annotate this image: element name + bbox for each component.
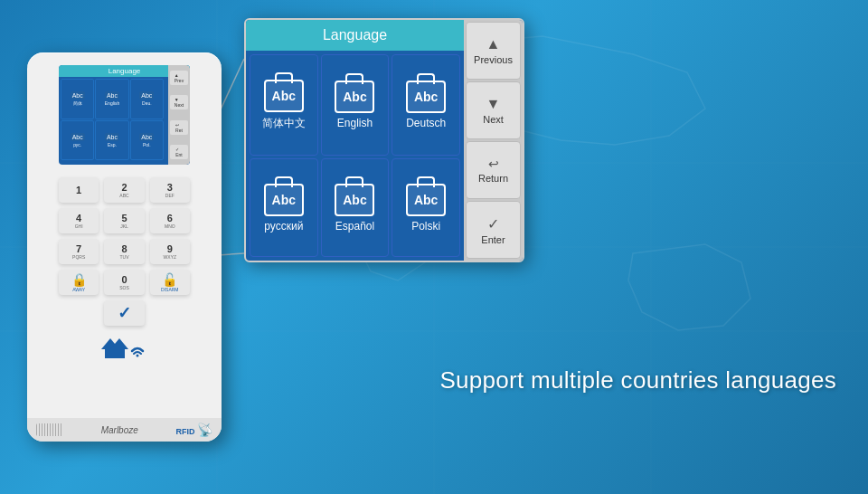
- speaker: [36, 423, 63, 436]
- abc-sign-english: Abc: [335, 81, 374, 113]
- up-arrow-icon: ▲: [486, 36, 501, 52]
- prev-button[interactable]: ▲ Previous: [466, 22, 521, 80]
- mini-nav: ▲Prev ▼Next ↩Ret ✓Ent: [168, 65, 190, 165]
- support-text-area: Support multiple countries languages: [439, 366, 836, 394]
- abc-sign-deutsch: Abc: [406, 81, 446, 113]
- mini-cell-polski[interactable]: Abc Pol.: [130, 120, 164, 161]
- house-wifi-logo: [98, 331, 152, 366]
- mini-cell-espanol[interactable]: Abc Esp.: [95, 120, 128, 161]
- enter-button[interactable]: ✓ Enter: [466, 201, 521, 259]
- popup-main: Language Abc 简体中文 Abc English Abc Deutsc…: [246, 20, 464, 261]
- mini-return-btn[interactable]: ↩Ret: [170, 120, 188, 135]
- brand-logo-area: [98, 331, 152, 366]
- mini-cell-russian[interactable]: Abc рус.: [61, 120, 94, 161]
- prev-label: Previous: [474, 54, 513, 65]
- key-0[interactable]: 0SOS: [104, 270, 144, 295]
- rfid-label: RFID 📡: [175, 423, 212, 437]
- svg-rect-11: [114, 349, 125, 358]
- key-away[interactable]: 🔒AWAY: [59, 270, 99, 295]
- key-1[interactable]: 1: [59, 177, 99, 203]
- next-button[interactable]: ▼ Next: [466, 81, 521, 139]
- popup-language-grid: Abc 简体中文 Abc English Abc Deutsch Abc рус…: [246, 51, 464, 261]
- abc-sign-espanol: Abc: [335, 184, 374, 216]
- return-icon: ↩: [488, 157, 499, 171]
- device-bottom-bar: Marlboze RFID 📡: [27, 418, 222, 442]
- key-6[interactable]: 6MNO: [150, 208, 190, 233]
- device-screen: Language Abc 简体 Abc English Abc: [59, 65, 190, 165]
- popup-header: Language: [246, 20, 464, 51]
- key-5[interactable]: 5JKL: [104, 208, 144, 233]
- mini-cell-english[interactable]: Abc English: [95, 79, 128, 119]
- language-popup: Language Abc 简体中文 Abc English Abc Deutsc…: [244, 18, 524, 262]
- main-content: Language Abc 简体 Abc English Abc: [0, 0, 868, 494]
- lang-espanol-label: Español: [335, 220, 374, 233]
- mini-next-btn[interactable]: ▼Next: [170, 95, 188, 109]
- lang-polski[interactable]: Abc Polski: [392, 158, 460, 257]
- mini-cell-chinese[interactable]: Abc 简体: [61, 79, 94, 119]
- mini-enter-btn[interactable]: ✓Ent: [170, 145, 188, 159]
- key-disarm[interactable]: 🔓DISARM: [150, 270, 190, 295]
- return-label: Return: [478, 173, 508, 184]
- support-text: Support multiple countries languages: [439, 366, 836, 394]
- check-icon: ✓: [487, 215, 499, 233]
- svg-point-12: [136, 355, 138, 357]
- key-4[interactable]: 4GHI: [59, 208, 99, 233]
- abc-sign-chinese: Abc: [264, 80, 304, 112]
- lang-english-label: English: [337, 117, 373, 129]
- lang-chinese-label: 简体中文: [262, 116, 306, 131]
- lang-russian[interactable]: Abc русский: [250, 158, 318, 257]
- abc-sign-russian: Abc: [264, 184, 304, 216]
- key-9[interactable]: 9WXYZ: [150, 239, 190, 264]
- mini-prev-btn[interactable]: ▲Prev: [170, 71, 188, 85]
- popup-nav-sidebar: ▲ Previous ▼ Next ↩ Return ✓ Enter: [464, 20, 523, 261]
- lang-russian-label: русский: [264, 220, 303, 233]
- enter-label: Enter: [481, 234, 505, 245]
- lang-espanol[interactable]: Abc Español: [321, 158, 390, 257]
- lang-english[interactable]: Abc English: [321, 54, 390, 156]
- lang-deutsch-label: Deutsch: [406, 117, 446, 129]
- key-2[interactable]: 2ABC: [104, 177, 144, 203]
- lang-chinese[interactable]: Abc 简体中文: [250, 54, 318, 156]
- down-arrow-icon: ▼: [486, 96, 501, 112]
- lang-polski-label: Polski: [411, 220, 440, 233]
- brand-name: Marlboze: [101, 425, 138, 435]
- key-8[interactable]: 8TUV: [104, 239, 144, 264]
- abc-sign-polski: Abc: [406, 184, 446, 216]
- return-button[interactable]: ↩ Return: [466, 141, 521, 199]
- keypad: 1 2ABC 3DEF 4GHI 5JKL 6MNO 7PQRS 8TUV 9W…: [59, 177, 190, 326]
- key-7[interactable]: 7PQRS: [59, 239, 99, 264]
- lang-deutsch[interactable]: Abc Deutsch: [392, 54, 460, 156]
- alarm-device: Language Abc 简体 Abc English Abc: [27, 52, 222, 442]
- next-label: Next: [483, 114, 504, 125]
- device-wrapper: Language Abc 简体 Abc English Abc: [27, 52, 222, 442]
- key-enter-check[interactable]: ✓: [104, 300, 144, 326]
- mini-cell-deutsch[interactable]: Abc Deu.: [130, 79, 164, 119]
- key-3[interactable]: 3DEF: [150, 177, 190, 203]
